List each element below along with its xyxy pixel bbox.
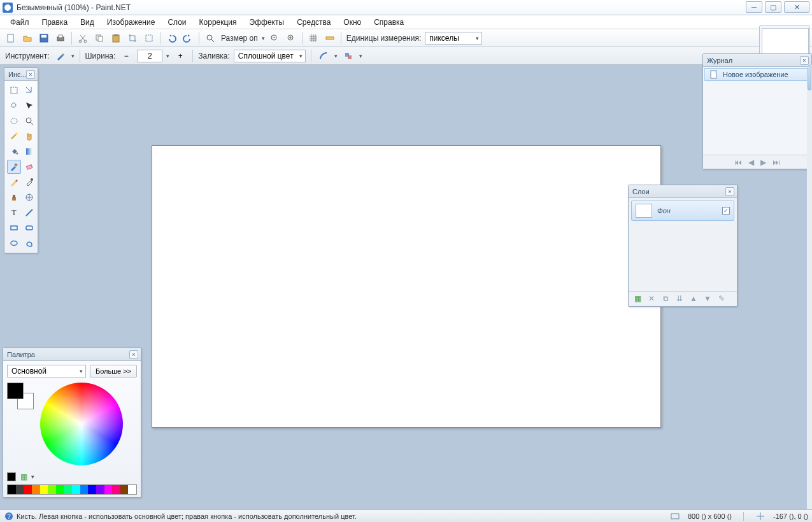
palette-color[interactable] <box>96 485 104 494</box>
deselect-button[interactable] <box>142 31 156 45</box>
tool-brush[interactable] <box>7 160 21 174</box>
tool-line[interactable] <box>22 206 36 220</box>
tool-pencil[interactable] <box>7 175 21 189</box>
menu-effects[interactable]: Эффекты <box>243 16 291 29</box>
tool-rounded-rect[interactable] <box>22 221 36 235</box>
cut-button[interactable] <box>76 31 90 45</box>
menu-file[interactable]: Файл <box>4 16 36 29</box>
layer-visibility-checkbox[interactable]: ✓ <box>722 207 730 215</box>
tools-header[interactable]: Инс... × <box>4 68 38 81</box>
tool-clone-stamp[interactable] <box>7 190 21 204</box>
palette-color[interactable] <box>48 485 56 494</box>
menu-utilities[interactable]: Средства <box>290 16 337 29</box>
antialias-button[interactable] <box>317 49 331 63</box>
history-first-icon[interactable]: ⏮ <box>734 158 742 167</box>
open-button[interactable] <box>20 31 34 45</box>
palette-color[interactable] <box>72 485 80 494</box>
tool-move-pixels[interactable] <box>22 99 36 113</box>
zoom-icon[interactable] <box>203 31 217 45</box>
tool-move-selection[interactable] <box>22 83 36 97</box>
paste-button[interactable] <box>109 31 123 45</box>
layers-close-icon[interactable]: × <box>725 187 734 196</box>
palette-mode-dropdown[interactable]: Основной <box>7 365 86 377</box>
blend-button[interactable] <box>341 49 355 63</box>
save-button[interactable] <box>37 31 51 45</box>
menu-help[interactable]: Справка <box>367 16 410 29</box>
menu-window[interactable]: Окно <box>337 16 367 29</box>
current-tool-icon[interactable] <box>53 49 68 63</box>
fill-dropdown[interactable]: Сплошной цвет <box>234 50 306 62</box>
palette-color[interactable] <box>120 485 129 494</box>
tool-eraser[interactable] <box>22 160 36 174</box>
tools-close-icon[interactable]: × <box>26 70 35 79</box>
tool-gradient[interactable] <box>22 145 36 159</box>
history-last-icon[interactable]: ⏭ <box>773 158 780 167</box>
copy-button[interactable] <box>92 31 106 45</box>
history-close-icon[interactable]: × <box>800 56 809 65</box>
menu-layers[interactable]: Слои <box>161 16 192 29</box>
palette-color[interactable] <box>64 485 72 494</box>
primary-color-swatch[interactable] <box>7 383 24 399</box>
close-button[interactable]: ✕ <box>784 1 809 13</box>
width-input[interactable] <box>137 50 162 62</box>
print-button[interactable] <box>53 31 68 45</box>
palette-color[interactable] <box>40 485 48 494</box>
history-header[interactable]: Журнал × <box>703 54 811 67</box>
new-button[interactable] <box>4 31 18 45</box>
palette-add-icon[interactable]: ▦ <box>18 472 29 482</box>
menu-edit[interactable]: Правка <box>36 16 75 29</box>
layer-down-icon[interactable]: ▼ <box>702 293 713 304</box>
palette-color[interactable] <box>8 485 16 494</box>
tool-text[interactable]: T <box>7 206 21 220</box>
palette-color[interactable] <box>128 485 136 494</box>
palette-color[interactable] <box>104 485 113 494</box>
vertical-scrollbar[interactable] <box>807 65 812 509</box>
layer-item[interactable]: Фон ✓ <box>631 201 734 221</box>
tool-rectangle-select[interactable] <box>7 83 21 97</box>
scrollbar-thumb[interactable] <box>808 65 811 90</box>
menu-adjustments[interactable]: Коррекция <box>193 16 243 29</box>
zoom-out-button[interactable] <box>267 31 281 45</box>
tool-magic-wand[interactable] <box>7 129 21 143</box>
palette-color[interactable] <box>88 485 96 494</box>
layer-properties-icon[interactable]: ✎ <box>716 293 727 304</box>
tool-ellipse-select[interactable] <box>7 114 21 128</box>
current-color-swatch[interactable] <box>7 472 16 481</box>
wheel-handle-icon[interactable] <box>80 423 83 425</box>
layer-up-icon[interactable]: ▲ <box>688 293 699 304</box>
tool-ellipse-shape[interactable] <box>7 236 21 250</box>
menu-image[interactable]: Изображение <box>101 16 162 29</box>
color-wheel[interactable] <box>40 383 123 465</box>
tool-paint-bucket[interactable] <box>7 145 21 159</box>
palette-color[interactable] <box>16 485 24 494</box>
palette-color[interactable] <box>24 485 32 494</box>
tool-zoom[interactable] <box>22 114 36 128</box>
palette-color[interactable] <box>112 485 120 494</box>
tool-pan[interactable] <box>22 129 36 143</box>
canvas[interactable] <box>152 145 661 428</box>
grid-button[interactable] <box>306 31 320 45</box>
units-dropdown[interactable]: пикселы <box>425 32 482 45</box>
palette-color[interactable] <box>32 485 40 494</box>
palette-color[interactable] <box>56 485 64 494</box>
redo-button[interactable] <box>181 31 195 45</box>
crop-button[interactable] <box>125 31 139 45</box>
layers-header[interactable]: Слои × <box>629 185 737 198</box>
layer-delete-icon[interactable]: ✕ <box>646 293 657 304</box>
layer-duplicate-icon[interactable]: ⧉ <box>660 293 671 304</box>
tool-rectangle-shape[interactable] <box>7 221 21 235</box>
menu-view[interactable]: Вид <box>74 16 101 29</box>
layer-add-icon[interactable]: ▦ <box>632 293 643 304</box>
maximize-button[interactable]: ▢ <box>765 1 781 13</box>
history-next-icon[interactable]: ▶ <box>760 158 766 167</box>
history-item[interactable]: Новое изображение <box>704 68 810 81</box>
width-increase[interactable]: + <box>173 49 187 63</box>
tool-freeform-shape[interactable] <box>22 236 36 250</box>
tool-recolor[interactable] <box>22 190 36 204</box>
palette-more-button[interactable]: Больше >> <box>90 365 137 377</box>
palette-header[interactable]: Палитра × <box>3 348 141 361</box>
layer-merge-icon[interactable]: ⇊ <box>674 293 685 304</box>
history-prev-icon[interactable]: ◀ <box>748 158 754 167</box>
minimize-button[interactable]: ─ <box>746 1 762 13</box>
tool-lasso-select[interactable] <box>7 99 21 113</box>
